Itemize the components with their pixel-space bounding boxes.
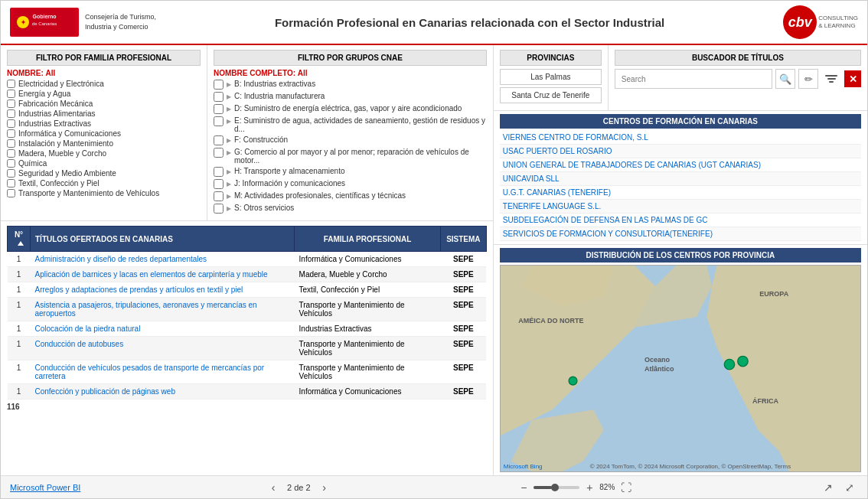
centro-item[interactable]: TENERIFE LANGUAGE S.L. xyxy=(500,200,861,214)
familia-item: Transporte y Mantenimiento de Vehículos xyxy=(7,189,201,197)
centro-item[interactable]: SERVICIOS DE FORMACION Y CONSULTORIA(TEN… xyxy=(500,227,861,241)
expand-icon[interactable]: ▶ xyxy=(227,149,231,156)
cell-titulo[interactable]: Conducción de autobuses xyxy=(31,337,295,360)
familia-item: Industrias Extractivas xyxy=(7,119,201,128)
familia-checkbox[interactable] xyxy=(7,129,15,138)
map-label-america: AMÉICA DO NORTE xyxy=(518,317,583,325)
zoom-out-button[interactable]: − xyxy=(517,481,530,494)
cnae-checkbox[interactable] xyxy=(214,104,224,114)
svg-point-8 xyxy=(569,377,577,385)
search-button[interactable]: 🔍 xyxy=(775,69,795,89)
zoom-in-button[interactable]: + xyxy=(582,481,596,494)
cnae-checkbox[interactable] xyxy=(214,116,224,126)
cell-titulo[interactable]: Arreglos y adaptaciones de prendas y art… xyxy=(31,282,295,298)
prev-page-button[interactable]: ‹ xyxy=(266,480,281,495)
table-row[interactable]: 1 Arreglos y adaptaciones de prendas y a… xyxy=(8,282,487,298)
familia-checkbox[interactable] xyxy=(7,159,15,168)
familia-item: Seguridad y Medio Ambiente xyxy=(7,169,201,178)
expand-icon[interactable]: ▶ xyxy=(227,205,231,212)
cell-titulo[interactable]: Aplicación de barnices y lacas en elemen… xyxy=(31,267,295,282)
pen-button[interactable]: ✏ xyxy=(798,69,818,89)
cnae-item: ▶B: Industrias extractivas xyxy=(214,80,487,90)
cell-n: 1 xyxy=(8,321,31,337)
search-input[interactable] xyxy=(615,69,772,89)
expand-icon[interactable]: ▶ xyxy=(227,106,231,113)
table-row[interactable]: 1 Colocación de la piedra natural Indust… xyxy=(8,321,487,337)
zoom-slider[interactable] xyxy=(534,486,579,489)
cnae-checkbox[interactable] xyxy=(214,191,224,201)
familia-checkbox[interactable] xyxy=(7,80,15,88)
share-button[interactable]: ↗ xyxy=(820,479,837,496)
centro-item[interactable]: VIERNES CENTRO DE FORMACION, S.L xyxy=(500,131,861,145)
table-row[interactable]: 1 Conducción de autobuses Transporte y M… xyxy=(8,337,487,360)
cbv-logo: cbv CONSULTING& LEARNING xyxy=(783,5,858,39)
centro-item[interactable]: USAC PUERTO DEL ROSARIO xyxy=(500,145,861,158)
expand-icon[interactable]: ▶ xyxy=(227,81,231,88)
cnae-checkbox[interactable] xyxy=(214,92,224,102)
map-label-oceano: OceanoAtlântico xyxy=(644,356,674,373)
titles-table: N° TÍTULOS OFERTADOS EN CANARIAS FAMILIA… xyxy=(7,226,487,400)
cell-familia: Informática y Comunicaciones xyxy=(295,252,441,267)
cbv-text: CONSULTING& LEARNING xyxy=(818,15,858,31)
map-container: AMÉICA DO NORTE EUROPA OceanoAtlântico Á… xyxy=(500,265,861,472)
centros-list: VIERNES CENTRO DE FORMACION, S.LUSAC PUE… xyxy=(500,131,861,241)
provincias-header: PROVINCIAS xyxy=(500,50,602,66)
cnae-checkbox[interactable] xyxy=(214,204,224,214)
las-palmas-button[interactable]: Las Palmas xyxy=(500,69,602,85)
cnae-checkbox[interactable] xyxy=(214,167,224,177)
filter-icon-button[interactable] xyxy=(821,69,841,89)
expand-icon[interactable]: ▶ xyxy=(227,181,231,188)
expand-button[interactable]: ⤢ xyxy=(841,479,858,496)
santa-cruz-button[interactable]: Santa Cruz de Tenerife xyxy=(500,87,602,103)
familia-checkbox[interactable] xyxy=(7,189,15,197)
cnae-checkbox[interactable] xyxy=(214,179,224,189)
cell-titulo[interactable]: Colocación de la piedra natural xyxy=(31,321,295,337)
familia-checkbox[interactable] xyxy=(7,139,15,148)
cell-familia: Informática y Comunicaciones xyxy=(295,384,441,400)
expand-icon[interactable]: ▶ xyxy=(227,168,231,175)
table-row[interactable]: 1 Confección y publicación de páginas we… xyxy=(8,384,487,400)
cnae-item: ▶E: Suministro de agua, actividades de s… xyxy=(214,116,487,133)
expand-icon[interactable]: ▶ xyxy=(227,193,231,200)
familia-checkbox[interactable] xyxy=(7,99,15,108)
cell-titulo[interactable]: Conducción de vehículos pesados de trans… xyxy=(31,360,295,384)
powerbi-link[interactable]: Microsoft Power BI xyxy=(10,483,80,492)
centros-header: CENTROS DE FORMACIÓN EN CANARIAS xyxy=(500,114,861,129)
expand-icon[interactable]: ▶ xyxy=(227,93,231,100)
table-row[interactable]: 1 Administración y diseño de redes depar… xyxy=(8,252,487,267)
cnae-checkbox[interactable] xyxy=(214,80,224,90)
zoom-thumb[interactable] xyxy=(551,484,559,491)
familia-checkbox[interactable] xyxy=(7,109,15,118)
familia-checkbox[interactable] xyxy=(7,119,15,128)
cell-titulo[interactable]: Confección y publicación de páginas web xyxy=(31,384,295,400)
filter-line-2 xyxy=(827,78,836,80)
clear-button[interactable]: ✕ xyxy=(844,70,861,87)
centro-item[interactable]: UNION GENERAL DE TRABAJADORES DE CANARIA… xyxy=(500,158,861,172)
familia-checkbox[interactable] xyxy=(7,149,15,158)
centro-item[interactable]: UNICAVIDA SLL xyxy=(500,172,861,186)
cell-sistema: SEPE xyxy=(440,298,486,321)
fullscreen-button[interactable]: ⛶ xyxy=(618,479,635,496)
centro-item[interactable]: SUBDELEGACIÓN DE DEFENSA EN LAS PALMAS D… xyxy=(500,214,861,227)
table-row[interactable]: 1 Conducción de vehículos pesados de tra… xyxy=(8,360,487,384)
cell-n: 1 xyxy=(8,384,31,400)
cnae-checkbox[interactable] xyxy=(214,135,224,145)
familia-checkbox[interactable] xyxy=(7,179,15,188)
cnae-checkbox[interactable] xyxy=(214,148,224,158)
expand-icon[interactable]: ▶ xyxy=(227,118,231,125)
svg-point-6 xyxy=(724,359,734,369)
familia-checkbox[interactable] xyxy=(7,90,15,98)
cnae-item: ▶S: Otros servicios xyxy=(214,204,487,214)
cell-n: 1 xyxy=(8,360,31,384)
table-row[interactable]: 1 Asistencia a pasajeros, tripulaciones,… xyxy=(8,298,487,321)
header: Gobierno de Canarias ✦ Consejería de Tur… xyxy=(1,1,867,45)
centro-item[interactable]: U.G.T. CANARIAS (TENERIFE) xyxy=(500,186,861,200)
cell-titulo[interactable]: Asistencia a pasajeros, tripulaciones, a… xyxy=(31,298,295,321)
familia-checkbox[interactable] xyxy=(7,169,15,178)
table-row[interactable]: 1 Aplicación de barnices y lacas en elem… xyxy=(8,267,487,282)
next-page-button[interactable]: › xyxy=(317,480,332,495)
familia-item: Informática y Comunicaciones xyxy=(7,129,201,138)
cell-titulo[interactable]: Administración y diseño de redes departa… xyxy=(31,252,295,267)
table-section: N° TÍTULOS OFERTADOS EN CANARIAS FAMILIA… xyxy=(1,221,493,475)
expand-icon[interactable]: ▶ xyxy=(227,137,231,144)
